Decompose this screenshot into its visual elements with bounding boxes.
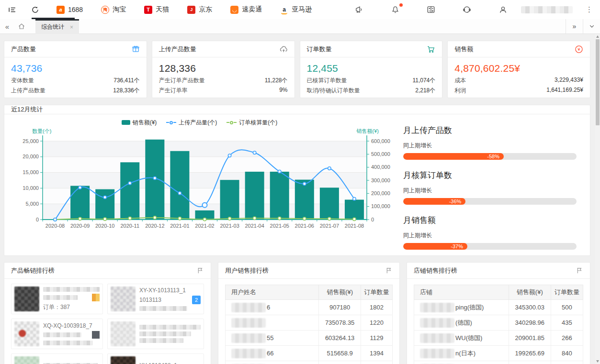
platform-tab-label: 天猫 xyxy=(156,5,169,14)
alibaba-1688-icon: a xyxy=(57,6,65,14)
growth-panel: 月上传产品数 同上期增长 -58% 月核算订单数 同上期增长 -36% 月销售额… xyxy=(395,114,590,260)
legend-label: 订单核算量(个) xyxy=(239,119,277,127)
platform-tab-1688[interactable]: a1688 xyxy=(57,6,83,14)
product-tile-grid: 订单：387XY-XY-1013113_110131132XQ-XQ-10039… xyxy=(4,279,211,364)
more-menu-icon[interactable]: ⋮ xyxy=(586,5,593,14)
svg-text:¥: ¥ xyxy=(577,46,580,52)
legend-item[interactable]: 销售额(¥) xyxy=(122,119,157,127)
growth-progress: -37% xyxy=(403,243,577,250)
order-count: 1802 xyxy=(361,300,392,315)
growth-block-sales: 月销售额 同上期增长 -37% xyxy=(403,215,577,250)
scroll-tabs-right-icon[interactable]: » xyxy=(566,19,583,33)
order-count: 1129 xyxy=(361,331,392,346)
trend-chart-canvas: 05,00010,00015,00020,00025,0000100,00020… xyxy=(4,127,395,237)
scrollbar-thumb[interactable] xyxy=(596,39,600,125)
megaphone-icon[interactable] xyxy=(354,4,364,15)
redacted-text xyxy=(139,325,201,330)
legend-bar-swatch xyxy=(122,120,130,125)
svg-text:2021-05: 2021-05 xyxy=(270,223,289,229)
product-tile[interactable]: XY-XY-1013113_110131132 xyxy=(107,284,204,314)
redacted-name xyxy=(420,333,454,343)
svg-text:5,000: 5,000 xyxy=(25,201,39,207)
stat-row-label: 产生订单率 xyxy=(159,87,188,95)
sales-amount xyxy=(509,361,551,364)
scroll-up-arrow[interactable] xyxy=(596,35,599,38)
calculator-icon[interactable] xyxy=(426,4,436,15)
sales-amount: 735078.35 xyxy=(319,315,361,331)
stat-card-title: 产品数量 xyxy=(11,45,36,54)
svg-text:2020-08: 2020-08 xyxy=(45,223,65,229)
legend-line-swatch xyxy=(166,121,176,124)
platform-tab-淘宝[interactable]: 淘淘宝 xyxy=(101,5,126,14)
stat-row-label: 利润 xyxy=(454,87,466,95)
table-row: ping(德国)345300.03500 xyxy=(414,300,583,315)
flag-icon[interactable] xyxy=(576,267,583,274)
user-icon[interactable] xyxy=(498,4,508,15)
svg-text:2021-08: 2021-08 xyxy=(345,223,364,229)
product-tile[interactable]: 订单：387 xyxy=(11,284,103,314)
svg-text:300,000: 300,000 xyxy=(371,177,390,183)
order-count: 500 xyxy=(551,300,583,315)
column-header: 订单数量 xyxy=(551,285,583,300)
column-header: 用户姓名 xyxy=(226,285,319,300)
scroll-down-arrow[interactable] xyxy=(596,360,599,363)
svg-text:数量(个): 数量(个) xyxy=(32,128,51,134)
close-tab-icon[interactable]: × xyxy=(70,24,73,31)
flag-icon[interactable] xyxy=(197,267,204,274)
shop-rank-card: 店铺销售排行榜 店铺销售额(¥)订单数量ping(德国)345300.03500… xyxy=(407,262,590,364)
column-header: 订单数量 xyxy=(361,285,392,300)
username-redacted[interactable] xyxy=(521,6,573,13)
redacted-name xyxy=(231,303,266,312)
tab-comprehensive-stats[interactable]: 综合统计 × xyxy=(35,19,79,34)
product-tile[interactable]: XY-1012408_1 xyxy=(107,353,204,364)
growth-block-orders: 月核算订单数 同上期增长 -36% xyxy=(403,170,577,205)
home-icon[interactable] xyxy=(14,22,29,30)
redacted-text xyxy=(43,332,81,337)
svg-text:销售额(¥): 销售额(¥) xyxy=(356,128,379,134)
order-count: 1394 xyxy=(361,346,392,361)
tmall-icon: T xyxy=(144,6,152,14)
growth-caption: 同上期增长 xyxy=(403,187,577,195)
stat-row-value: 9% xyxy=(279,87,287,95)
gift-icon xyxy=(132,45,140,53)
redacted-name xyxy=(231,333,266,343)
stat-card-title: 上传产品数量 xyxy=(159,45,196,54)
support-headset-icon[interactable] xyxy=(462,4,472,15)
growth-title: 月上传产品数 xyxy=(403,125,577,136)
platform-tab-天猫[interactable]: T天猫 xyxy=(144,5,169,14)
name-suffix: n(日本) xyxy=(455,349,475,358)
product-sku-text: 1013113 xyxy=(139,297,161,303)
redacted-text xyxy=(139,331,191,336)
redacted-text xyxy=(43,287,100,292)
stat-card-value: 12,455 xyxy=(300,57,442,76)
order-count: 1220 xyxy=(361,315,392,331)
redacted-name xyxy=(420,303,454,312)
legend-item[interactable]: 订单核算量(个) xyxy=(226,119,277,127)
growth-progress: -58% xyxy=(403,153,577,160)
platform-tab-速卖通[interactable]: ◡速卖通 xyxy=(230,5,262,14)
product-sku-text: XY-1012408_1 xyxy=(139,362,177,364)
notifications-bell-icon[interactable] xyxy=(390,4,400,15)
refresh-icon[interactable] xyxy=(30,4,40,15)
dashboard-content: 产品数量 43,736 变体数量736,411个 上传产品数量128,336个 … xyxy=(0,34,600,364)
scroll-tabs-left-icon[interactable]: « xyxy=(0,22,14,31)
growth-progress-fill: -36% xyxy=(403,198,465,205)
legend-item[interactable]: 上传产品量(个) xyxy=(166,119,217,127)
svg-text:25,000: 25,000 xyxy=(23,138,39,144)
product-tile[interactable]: XQ-XQ-1003918_7 xyxy=(11,319,103,349)
svg-text:2021-02: 2021-02 xyxy=(195,223,214,229)
product-tile[interactable] xyxy=(107,319,204,349)
product-sku-text: 订单：387 xyxy=(43,303,70,311)
platform-tab-京东[interactable]: J京东 xyxy=(187,5,212,14)
svg-text:400,000: 400,000 xyxy=(371,164,390,170)
product-tile[interactable] xyxy=(11,353,103,364)
tab-list-dropdown-icon[interactable] xyxy=(583,19,600,33)
platform-tab-亚马逊[interactable]: a亚马逊 xyxy=(280,5,312,14)
menu-fold-icon[interactable] xyxy=(7,4,17,15)
flag-icon[interactable] xyxy=(385,267,393,274)
stat-row-value: 3,229,433¥ xyxy=(555,77,583,85)
name-suffix: (德国) xyxy=(455,319,472,327)
stat-card-sales: 销售额 ¥ 4,870,602.25¥ 成本3,229,433¥ 利润1,641… xyxy=(447,41,590,98)
table-row: (德国)340298.96435 xyxy=(414,315,583,331)
content-scrollbar[interactable] xyxy=(595,34,600,364)
